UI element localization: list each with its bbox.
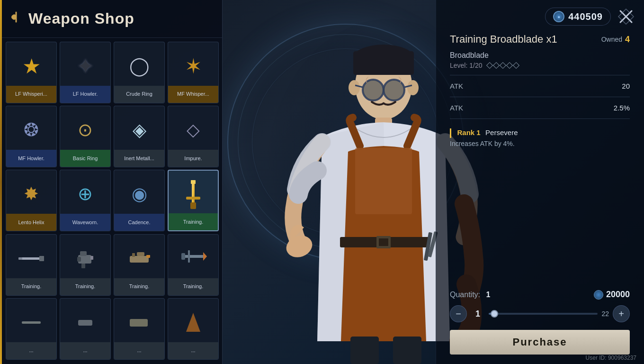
item-icon-13 (66, 239, 104, 277)
quantity-increase-button[interactable]: + (613, 305, 630, 322)
svg-rect-37 (146, 255, 150, 258)
item-icon-4: ❂ (12, 111, 50, 149)
item-name-10: Cadence. (128, 219, 150, 226)
svg-rect-43 (188, 250, 190, 263)
diamond-3 (499, 62, 506, 69)
item-label-bar-1: LF Howler. (60, 86, 110, 103)
item-name-14: Training. (129, 283, 149, 290)
item-label-bar-17: ... (60, 342, 110, 359)
item-icon-15 (174, 239, 212, 277)
item-label-bar-4: MF Howler. (6, 150, 56, 167)
item-label-bar-12: Training. (6, 278, 56, 295)
quantity-slider[interactable] (489, 313, 598, 315)
item-label-bar-11: Training. (169, 213, 218, 230)
item-cell-10[interactable]: ◉ Cadence. (114, 170, 165, 231)
rank-name: Persevere (485, 128, 518, 136)
item-cell-2[interactable]: ◯ Crude Ring (114, 42, 165, 103)
svg-point-5 (407, 80, 419, 95)
svg-rect-35 (81, 264, 85, 268)
quantity-row: Quantity: 1 20000 (450, 290, 630, 300)
stat-value-1: 2.5% (614, 104, 630, 112)
item-name-3: MF Whisper... (177, 91, 209, 97)
item-name-16: ... (29, 347, 33, 354)
item-cell-18[interactable]: ... (114, 298, 165, 360)
divider-3 (450, 118, 630, 119)
owned-count: 4 (625, 35, 630, 45)
quantity-decrease-button[interactable]: − (450, 305, 467, 322)
close-button[interactable] (616, 8, 636, 28)
item-name-6: Inert Metall... (124, 155, 154, 162)
item-cell-8[interactable]: ✸ Lento Helix (6, 170, 57, 231)
detail-header: Training Broadblade x1 Owned 4 (450, 33, 630, 46)
svg-rect-32 (77, 257, 81, 262)
left-accent-bar (0, 0, 2, 364)
item-icon-19 (174, 303, 212, 341)
level-text: Level: 1/20 (450, 62, 483, 69)
purchase-section: Quantity: 1 20000 − 1 22 + Purchase (450, 290, 630, 355)
item-cell-5[interactable]: ⊙ Basic Ring (60, 106, 111, 167)
rank-section: Rank 1 Persevere Increases ATK by 4%. (450, 124, 630, 152)
item-cell-3[interactable]: ✶ MF Whisper... (168, 42, 219, 103)
item-cell-14[interactable]: Training. (114, 234, 165, 296)
item-cell-4[interactable]: ❂ MF Howler. (6, 106, 57, 167)
price-amount: 20000 (606, 290, 630, 300)
item-cell-17[interactable]: ... (60, 298, 111, 360)
item-label-bar-19: ... (168, 342, 218, 359)
item-cell-0[interactable]: ★ LF Whisperi... (6, 42, 57, 103)
price-coin-icon (594, 290, 603, 300)
item-icon-2: ◯ (120, 47, 158, 85)
svg-rect-25 (186, 197, 200, 200)
item-name-9: Waveworn. (72, 219, 98, 226)
close-icon (617, 8, 635, 28)
item-label-bar-16: ... (6, 342, 56, 359)
rank-label: Rank 1 (457, 128, 480, 136)
svg-rect-3 (353, 51, 414, 75)
quantity-control: − 1 22 + (450, 305, 630, 322)
item-icon-0: ★ (12, 47, 50, 85)
svg-rect-26 (190, 202, 196, 209)
item-cell-19[interactable]: ... (168, 298, 219, 360)
item-cell-6[interactable]: ◈ Inert Metall... (114, 106, 165, 167)
item-icon-18 (120, 303, 158, 341)
item-cell-7[interactable]: ◇ Impure. (168, 106, 219, 167)
item-icon-11 (174, 175, 212, 213)
svg-marker-41 (203, 252, 207, 261)
item-icon-14 (120, 239, 158, 277)
item-icon-16 (12, 303, 50, 341)
shop-header: Weapon Shop (0, 0, 222, 38)
items-grid: ★ LF Whisperi... ✦ LF Howler. ◯ Crude Ri… (0, 38, 222, 364)
item-label-bar-18: ... (114, 342, 164, 359)
item-name-12: Training. (21, 283, 41, 290)
quantity-max: 22 (601, 310, 609, 318)
svg-rect-17 (379, 238, 388, 246)
user-id: User ID: 900963237 (586, 355, 636, 361)
item-label-bar-2: Crude Ring (114, 86, 164, 103)
svg-rect-33 (90, 256, 93, 260)
item-label-bar-13: Training. (60, 278, 110, 295)
quantity-value: 1 (486, 291, 490, 299)
quantity-slider-thumb (491, 310, 498, 318)
item-cell-11[interactable]: Training. (168, 170, 219, 231)
item-cell-9[interactable]: ⊕ Waveworn. (60, 170, 111, 231)
divider-2 (450, 97, 630, 97)
svg-rect-36 (130, 256, 149, 263)
item-label-bar-10: Cadence. (114, 214, 164, 231)
item-cell-15[interactable]: Training. (168, 234, 219, 296)
purchase-button[interactable]: Purchase (450, 330, 630, 355)
item-label-bar-0: LF Whisperi... (6, 86, 56, 103)
owned-label: Owned (601, 36, 622, 43)
item-name-17: ... (83, 347, 87, 354)
diamond-1 (486, 62, 492, 69)
stat-row-0: ATK 20 (450, 79, 630, 93)
item-detail-panel: Training Broadblade x1 Owned 4 Broadblad… (450, 33, 630, 152)
shop-title: Weapon Shop (28, 10, 134, 27)
diamond-4 (506, 62, 512, 69)
item-cell-13[interactable]: Training. (60, 234, 111, 296)
item-cell-12[interactable]: Training. (6, 234, 57, 296)
item-cell-16[interactable]: ... (6, 298, 57, 360)
diamond-5 (512, 62, 519, 69)
owned-badge: Owned 4 (601, 35, 630, 45)
item-label-bar-3: MF Whisper... (168, 86, 218, 103)
item-icon-8: ✸ (12, 175, 50, 213)
item-cell-1[interactable]: ✦ LF Howler. (60, 42, 111, 103)
